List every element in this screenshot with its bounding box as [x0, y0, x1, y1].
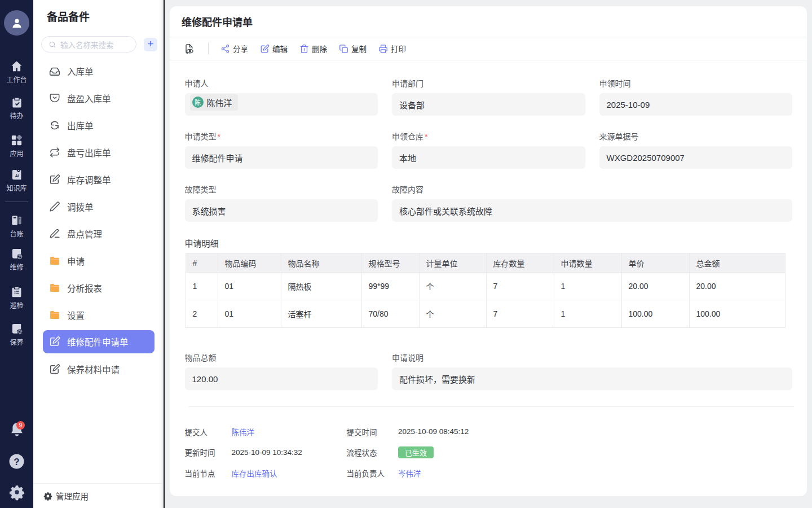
svg-text:9: 9: [19, 422, 22, 428]
svg-text:?: ?: [14, 457, 19, 467]
svg-text:AI: AI: [15, 174, 19, 178]
